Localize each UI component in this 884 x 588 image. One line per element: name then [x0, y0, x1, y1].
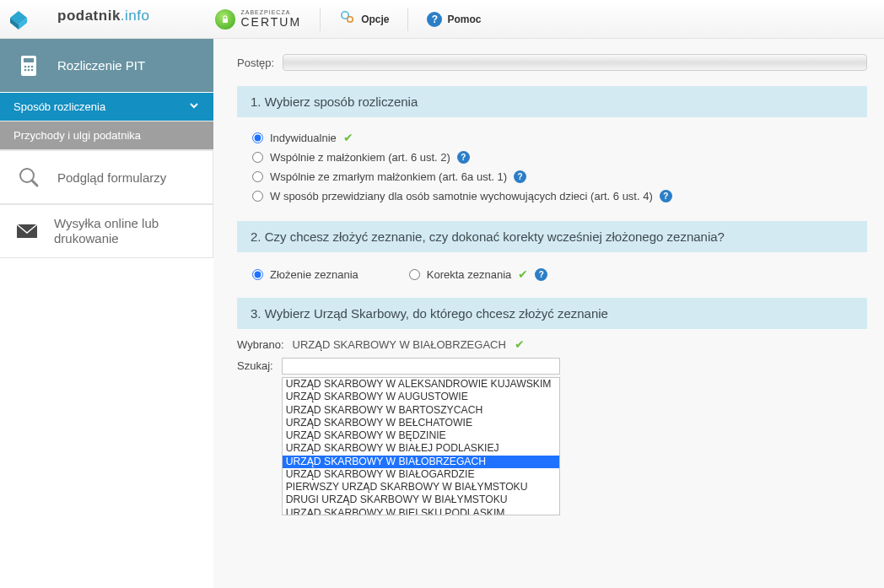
svg-line-15 — [32, 181, 37, 186]
brand-name: podatnik — [57, 8, 121, 24]
separator — [407, 8, 408, 31]
opt-label: Wspólnie ze zmarłym małżonkiem (art. 6a … — [270, 170, 507, 183]
svg-point-10 — [31, 65, 34, 67]
chevron-down-icon — [188, 100, 200, 114]
radio-submit[interactable] — [252, 269, 263, 280]
step3-header: 3. Wybierz Urząd Skarbowy, do którego ch… — [237, 298, 867, 329]
certum-main: CERTUM — [240, 15, 301, 29]
check-icon: ✔ — [343, 131, 353, 144]
office-list-item[interactable]: DRUGI URZĄD SKARBOWY W BIAŁYMSTOKU — [283, 494, 559, 506]
magnifier-icon — [15, 164, 42, 191]
svg-rect-7 — [24, 58, 34, 62]
office-list-item[interactable]: PIERWSZY URZĄD SKARBOWY W BIAŁYMSTOKU — [283, 481, 559, 494]
opt-deceased-spouse[interactable]: Wspólnie ze zmarłym małżonkiem (art. 6a … — [252, 167, 852, 186]
office-list-item[interactable]: URZĄD SKARBOWY W BIAŁOBRZEGACH — [283, 456, 559, 468]
radio-deceased-spouse[interactable] — [252, 171, 263, 182]
options-button[interactable]: Opcje — [339, 9, 389, 30]
sidebar-item-pit[interactable]: Rozliczenie PIT — [0, 39, 213, 93]
progress-label: Postęp: — [237, 57, 274, 69]
help-label: Pomoc — [447, 13, 481, 25]
step1-header: 1. Wybierz sposób rozliczenia — [237, 86, 867, 117]
opt-individual[interactable]: Indywidualnie ✔ — [252, 127, 852, 148]
sidebar-item-label: Sposób rozliczenia — [13, 100, 105, 113]
office-list-item[interactable]: URZĄD SKARBOWY W BIAŁEJ PODLASKIEJ — [283, 442, 559, 455]
lock-icon — [215, 9, 235, 30]
office-list-item[interactable]: URZĄD SKARBOWY W BIELSKU PODLASKIM — [283, 507, 559, 516]
opt-label: Indywidualnie — [270, 132, 337, 144]
radio-individual[interactable] — [252, 132, 263, 143]
office-list-item[interactable]: URZĄD SKARBOWY W BARTOSZYCACH — [283, 404, 559, 417]
options-label: Opcje — [361, 13, 389, 25]
help-button[interactable]: ? Pomoc — [427, 12, 481, 27]
sidebar-sub-income[interactable]: Przychody i ulgi podatnika — [0, 121, 213, 150]
search-row: Szukaj: URZĄD SKARBOWY W ALEKSANDROWIE K… — [237, 358, 867, 515]
separator — [320, 8, 321, 31]
svg-point-11 — [24, 68, 27, 71]
step2-options: Złożenie zeznania Korekta zeznania ✔ ? — [237, 261, 867, 298]
progress-row: Postęp: — [237, 54, 867, 71]
radio-spouse[interactable] — [252, 152, 263, 163]
app-logo-icon — [7, 8, 30, 31]
sidebar: Rozliczenie PIT Sposób rozliczenia Przyc… — [0, 39, 213, 588]
help-icon[interactable]: ? — [660, 190, 672, 202]
certum-badge: ZABEZPIECZA CERTUM — [215, 9, 301, 30]
office-list-item[interactable]: URZĄD SKARBOWY W ALEKSANDROWIE KUJAWSKIM — [283, 378, 559, 391]
office-listbox[interactable]: URZĄD SKARBOWY W ALEKSANDROWIE KUJAWSKIM… — [282, 377, 560, 515]
help-icon[interactable]: ? — [535, 268, 547, 281]
search-label: Szukaj: — [237, 358, 273, 372]
gear-icon — [339, 9, 356, 30]
selected-value: URZĄD SKARBOWY W BIAŁOBRZEGACH — [293, 338, 506, 351]
calculator-icon — [15, 52, 42, 79]
progress-bar — [283, 54, 867, 71]
check-icon: ✔ — [515, 337, 525, 351]
opt-label: Wspólnie z małżonkiem (art. 6 ust. 2) — [270, 151, 450, 164]
office-list-item[interactable]: URZĄD SKARBOWY W BĘDZINIE — [283, 429, 559, 442]
radio-single-parent[interactable] — [252, 191, 263, 202]
opt-correction[interactable]: Korekta zeznania ✔ ? — [409, 264, 547, 284]
office-list-item[interactable]: URZĄD SKARBOWY W AUGUSTOWIE — [283, 391, 559, 403]
sidebar-item-label: Przychody i ulgi podatnika — [13, 129, 141, 142]
opt-label: Złożenie zeznania — [270, 268, 358, 281]
svg-point-13 — [31, 68, 34, 71]
step2-header: 2. Czy chcesz złożyć zeznanie, czy dokon… — [237, 221, 867, 252]
step1-options: Indywidualnie ✔ Wspólnie z małżonkiem (a… — [237, 126, 867, 221]
opt-submit[interactable]: Złożenie zeznania — [252, 264, 358, 284]
office-list-item[interactable]: URZĄD SKARBOWY W BIAŁOGARDZIE — [283, 468, 559, 481]
svg-point-8 — [24, 65, 27, 67]
radio-correction[interactable] — [409, 269, 420, 280]
opt-label: W sposób przewidziany dla osób samotnie … — [270, 190, 653, 202]
help-icon[interactable]: ? — [457, 151, 470, 164]
svg-point-12 — [28, 68, 30, 71]
help-icon: ? — [427, 12, 442, 27]
topbar: podatnik.info prosta strona podatków ZAB… — [0, 0, 884, 39]
certum-top: ZABEZPIECZA — [240, 9, 301, 15]
selected-label: Wybrano: — [237, 338, 284, 351]
check-icon: ✔ — [518, 267, 528, 281]
envelope-icon — [15, 218, 39, 245]
sidebar-item-preview[interactable]: Podgląd formularzy — [0, 150, 213, 204]
sidebar-sub-method[interactable]: Sposób rozliczenia — [0, 93, 213, 121]
svg-point-5 — [348, 16, 353, 21]
office-list-item[interactable]: URZĄD SKARBOWY W BEŁCHATOWIE — [283, 417, 559, 429]
sidebar-item-label: Rozliczenie PIT — [57, 58, 145, 73]
sidebar-item-label: Wysyłka online lub drukowanie — [54, 216, 197, 246]
opt-spouse[interactable]: Wspólnie z małżonkiem (art. 6 ust. 2) ? — [252, 148, 852, 167]
sidebar-item-label: Podgląd formularzy — [57, 170, 166, 185]
main-content: Postęp: 1. Wybierz sposób rozliczenia In… — [213, 39, 884, 588]
opt-label: Korekta zeznania — [427, 268, 511, 281]
selected-row: Wybrano: URZĄD SKARBOWY W BIAŁOBRZEGACH … — [237, 337, 867, 351]
svg-rect-3 — [223, 19, 228, 23]
opt-single-parent[interactable]: W sposób przewidziany dla osób samotnie … — [252, 186, 852, 206]
search-input[interactable] — [282, 358, 560, 375]
svg-point-9 — [28, 65, 30, 67]
sidebar-item-send[interactable]: Wysyłka online lub drukowanie — [0, 204, 213, 258]
brand-suffix: .info — [121, 8, 150, 24]
help-icon[interactable]: ? — [514, 170, 526, 183]
